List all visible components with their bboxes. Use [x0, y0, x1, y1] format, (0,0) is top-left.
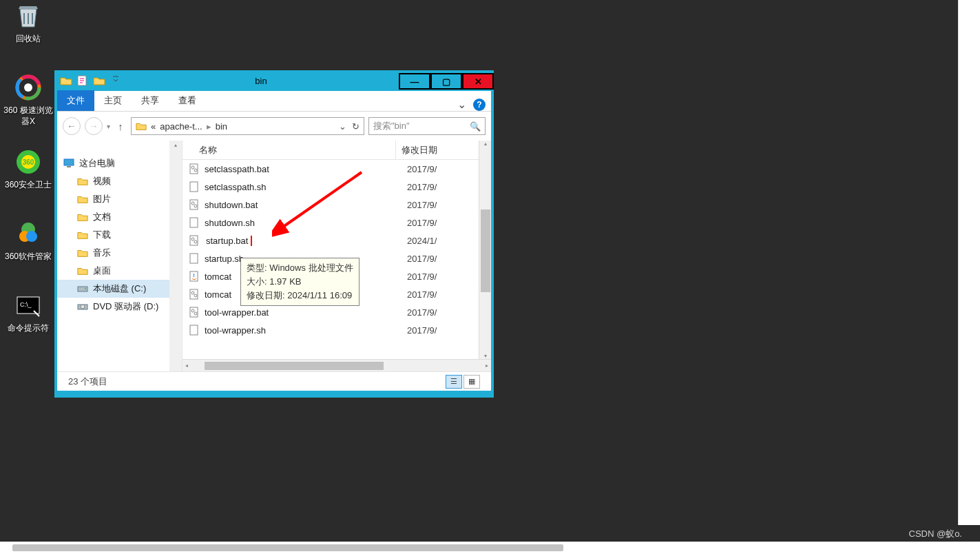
forward-button[interactable]: → [85, 117, 103, 135]
desktop-icon-label: 360软件管家 [3, 251, 54, 262]
folder-icon [76, 247, 89, 259]
history-dropdown-icon[interactable]: ▾ [107, 123, 110, 130]
dropdown-icon[interactable] [108, 73, 123, 88]
tree-label: DVD 驱动器 (D:) [93, 300, 158, 313]
svg-text:360: 360 [23, 158, 34, 166]
file-date: 2024/1/ [402, 236, 491, 246]
window-title: bin [123, 76, 399, 86]
scrollbar-thumb[interactable] [12, 544, 563, 551]
column-header-date[interactable]: 修改日期 [396, 141, 491, 159]
tab-file[interactable]: 文件 [57, 90, 94, 111]
page-horizontal-scrollbar[interactable] [0, 542, 980, 554]
file-file-icon [188, 181, 200, 193]
scroll-right-icon[interactable]: ▸ [486, 362, 488, 369]
tree-item[interactable]: 文档 [57, 208, 182, 226]
tree-item[interactable]: 下载 [57, 226, 182, 244]
desktop-icon-360-software[interactable]: 360软件管家 [3, 219, 54, 262]
maximize-button[interactable]: ▢ [430, 73, 462, 90]
file-scrollbar[interactable]: ▴ ▾ [479, 141, 491, 359]
tree-this-pc[interactable]: 这台电脑 [57, 154, 182, 172]
address-crumb[interactable]: apache-t... [160, 121, 202, 132]
bat-file-icon [188, 234, 200, 247]
360-browser-icon [14, 73, 43, 102]
file-file-icon [188, 216, 200, 229]
address-crumb[interactable]: bin [216, 121, 227, 132]
address-bar[interactable]: « apache-t... ▸ bin ⌄ ↻ [131, 117, 364, 135]
dvd-icon [76, 300, 89, 313]
file-date: 2017/9/ [402, 271, 491, 282]
help-button[interactable]: ? [473, 99, 486, 111]
tree-item[interactable]: DVD 驱动器 (D:) [57, 298, 182, 316]
view-icons-button[interactable]: ▦ [463, 375, 480, 389]
tree-label: 视频 [93, 175, 111, 187]
chevron-down-icon[interactable]: ⌄ [339, 121, 346, 132]
tree-item[interactable]: 图片 [57, 190, 182, 208]
tree-item[interactable]: 音乐 [57, 244, 182, 262]
tree-label: 下载 [93, 229, 111, 241]
tree-scrollbar[interactable]: ▴ [169, 141, 182, 371]
folder-icon [136, 121, 147, 132]
tab-home[interactable]: 主页 [94, 90, 132, 111]
properties-icon[interactable] [75, 73, 90, 88]
tab-share[interactable]: 共享 [132, 90, 169, 111]
horizontal-scrollbar[interactable]: ◂ ▸ [183, 359, 491, 371]
desktop-icon-label: 360 极速浏览器X [3, 105, 54, 127]
bat-file-icon [188, 306, 200, 318]
view-details-button[interactable]: ☰ [446, 375, 462, 389]
refresh-icon[interactable]: ↻ [352, 121, 359, 132]
file-date: 2017/9/ [402, 254, 491, 264]
tree-item[interactable]: 视频 [57, 172, 182, 190]
desktop-icon-cmd[interactable]: C:\_ 命令提示符 [3, 291, 54, 334]
svg-rect-13 [78, 287, 87, 291]
tree-label: 这台电脑 [79, 157, 115, 170]
360-safe-icon: 360 [14, 147, 43, 176]
tree-item[interactable]: 桌面 [57, 262, 182, 280]
cmd-icon: C:\_ [14, 291, 43, 320]
svg-rect-12 [67, 166, 71, 167]
file-date: 2017/9/ [402, 164, 491, 174]
quick-access-toolbar [54, 73, 123, 88]
desktop-icon-recycle-bin[interactable]: 回收站 [3, 1, 54, 44]
close-button[interactable]: ✕ [462, 73, 494, 90]
minimize-button[interactable]: — [399, 73, 430, 90]
folder-icon [76, 265, 89, 277]
address-prefix: « [151, 121, 156, 132]
svg-rect-28 [190, 254, 198, 263]
file-date: 2017/9/ [402, 307, 491, 318]
file-date: 2017/9/ [402, 182, 491, 192]
tree-item[interactable]: 本地磁盘 (C:) [57, 280, 182, 298]
scrollbar-thumb[interactable] [481, 209, 490, 292]
search-box[interactable]: 搜索"bin" 🔍 [368, 117, 486, 135]
annotation-arrow [272, 170, 368, 238]
scroll-up-icon[interactable]: ▴ [173, 142, 178, 147]
desktop-icon-360-safe[interactable]: 360 360安全卫士 [3, 147, 54, 190]
titlebar[interactable]: bin — ▢ ✕ [54, 70, 494, 91]
scrollbar-thumb[interactable] [205, 362, 384, 370]
folder-icon [59, 73, 74, 88]
drive-icon [76, 283, 89, 295]
page-vertical-scrollbar[interactable] [958, 0, 980, 525]
folder-icon [76, 229, 89, 241]
tab-view[interactable]: 查看 [169, 90, 206, 111]
svg-rect-36 [190, 325, 198, 335]
up-button[interactable]: ↑ [114, 120, 127, 132]
svg-text:C:\_: C:\_ [20, 301, 32, 308]
file-tooltip: 类型: Windows 批处理文件 大小: 1.97 KB 修改日期: 2024… [240, 258, 359, 306]
back-button[interactable]: ← [63, 117, 81, 135]
scroll-up-icon[interactable]: ▴ [479, 141, 491, 147]
desktop-icon-360-browser[interactable]: 360 极速浏览器X [3, 73, 54, 127]
file-list: 名称 修改日期 setclasspath.bat2017/9/setclassp… [183, 141, 491, 371]
svg-rect-24 [190, 218, 198, 227]
column-header-name[interactable]: 名称 [183, 141, 396, 159]
scroll-down-icon[interactable]: ▾ [479, 353, 491, 359]
bat-file-icon [188, 288, 200, 300]
ribbon-chevron-icon[interactable]: ⌄ [457, 98, 466, 111]
desktop-icon-label: 回收站 [3, 33, 54, 44]
file-row[interactable]: tool-wrapper.sh2017/9/ [183, 321, 491, 339]
scroll-left-icon[interactable]: ◂ [185, 362, 188, 369]
status-bar: 23 个项目 ☰ ▦ [57, 371, 491, 391]
java-file-icon [188, 270, 200, 283]
open-folder-icon[interactable] [92, 73, 107, 88]
tree-label: 文档 [93, 211, 111, 223]
explorer-window: bin — ▢ ✕ 文件 主页 共享 查看 ⌄ ? ← → ▾ ↑ « [54, 70, 494, 398]
